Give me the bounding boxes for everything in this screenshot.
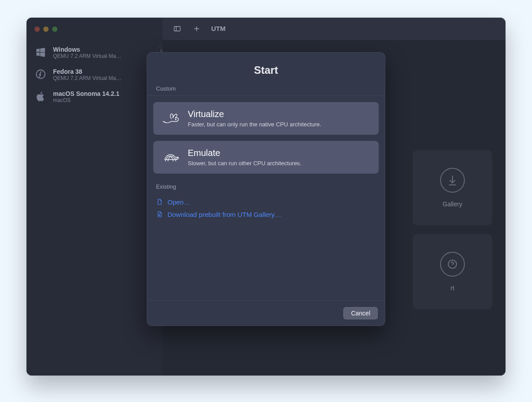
toolbar: UTM	[163, 18, 505, 40]
sheet-footer: Cancel	[147, 300, 385, 326]
option-title: Virtualize	[188, 109, 321, 119]
open-link-label: Open…	[167, 198, 190, 206]
vm-name: macOS Sonoma 14.2.1	[53, 90, 119, 97]
sidebar-vm-item[interactable]: macOS Sonoma 14.2.1 macOS	[27, 86, 163, 108]
toggle-sidebar-button[interactable]	[171, 23, 184, 34]
option-subtitle: Faster, but can only run the native CPU …	[188, 121, 321, 128]
svg-point-6	[175, 119, 176, 120]
apple-icon	[34, 90, 47, 102]
svg-point-7	[177, 158, 177, 158]
windows-icon	[34, 46, 47, 58]
link-list: Open… Download prebuilt from UTM Gallery…	[147, 193, 385, 223]
fedora-icon	[34, 68, 47, 80]
window-controls	[27, 24, 163, 42]
vm-name: Fedora 38	[53, 68, 122, 75]
vm-subtitle: QEMU 7.2 ARM Virtual Ma…	[53, 53, 122, 59]
minimize-window-button[interactable]	[43, 27, 49, 32]
start-sheet: Start Custom Virtualize Faster, but can …	[147, 52, 385, 326]
svg-rect-1	[174, 26, 180, 31]
close-window-button[interactable]	[34, 27, 40, 32]
sidebar-vm-item[interactable]: Windows QEMU 7.2 ARM Virtual Ma…	[27, 42, 163, 64]
virtualize-option[interactable]: Virtualize Faster, but can only run the …	[153, 102, 379, 135]
option-list: Virtualize Faster, but can only run the …	[147, 96, 385, 177]
new-vm-button[interactable]	[190, 23, 203, 34]
section-existing-label: Existing	[147, 183, 385, 193]
open-link[interactable]: Open…	[156, 198, 376, 206]
hare-icon	[161, 111, 180, 126]
sidebar-vm-item[interactable]: Fedora 38 QEMU 7.2 ARM Virtual Ma…	[27, 64, 163, 86]
app-title: UTM	[211, 25, 226, 32]
download-gallery-link-label: Download prebuilt from UTM Gallery…	[167, 211, 281, 218]
app-window: Windows QEMU 7.2 ARM Virtual Ma… Fedora …	[27, 18, 505, 375]
vm-subtitle: macOS	[53, 97, 119, 103]
emulate-option[interactable]: Emulate Slower, but can run other CPU ar…	[153, 141, 379, 174]
section-custom-label: Custom	[147, 85, 385, 95]
sidebar: Windows QEMU 7.2 ARM Virtual Ma… Fedora …	[27, 18, 163, 375]
svg-point-0	[36, 70, 45, 79]
tortoise-icon	[161, 150, 180, 165]
document-arrow-icon	[156, 210, 163, 218]
sheet-title: Start	[147, 53, 385, 85]
vm-name: Windows	[53, 46, 122, 53]
cancel-button[interactable]: Cancel	[343, 307, 378, 319]
document-icon	[156, 198, 163, 206]
option-subtitle: Slower, but can run other CPU architectu…	[188, 160, 301, 167]
maximize-window-button[interactable]	[52, 27, 57, 32]
option-title: Emulate	[188, 148, 301, 158]
download-gallery-link[interactable]: Download prebuilt from UTM Gallery…	[156, 210, 376, 218]
vm-subtitle: QEMU 7.2 ARM Virtual Ma…	[53, 75, 122, 81]
